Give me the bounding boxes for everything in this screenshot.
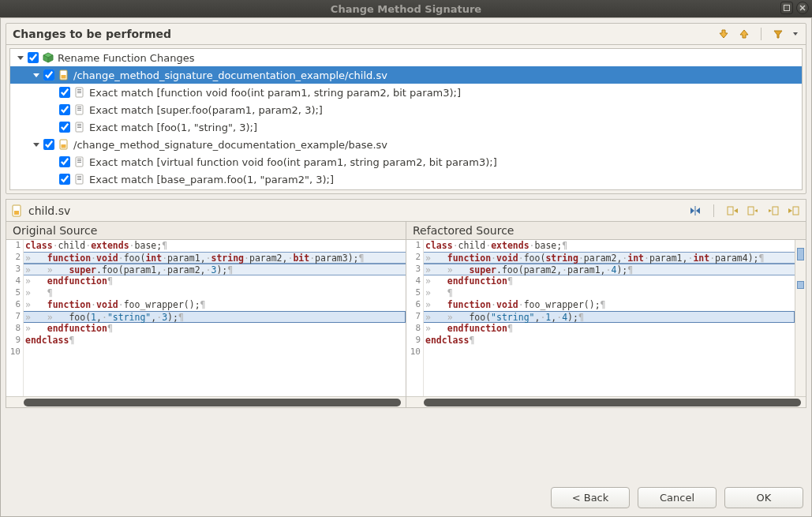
spacer bbox=[6, 408, 806, 479]
line-number: 5 bbox=[406, 287, 421, 299]
code-line: » function·void·foo(string·param2,·int·p… bbox=[424, 252, 795, 264]
line-number: 8 bbox=[406, 323, 421, 335]
code-line: endclass¶ bbox=[424, 335, 795, 347]
tree-file-path: /change_method_signature_documentation_e… bbox=[73, 69, 387, 81]
button-bar: < Back Cancel OK bbox=[6, 479, 806, 511]
tree-match-label: Exact match [virtual function void foo(i… bbox=[89, 156, 497, 168]
svg-rect-16 bbox=[77, 127, 81, 128]
tree-checkbox[interactable] bbox=[59, 104, 70, 115]
line-number: 8 bbox=[6, 323, 21, 335]
tree-root-label: Rename Function Changes bbox=[58, 52, 194, 64]
separator bbox=[713, 204, 714, 217]
line-number: 7 bbox=[6, 311, 21, 323]
tree-root[interactable]: Rename Function Changes bbox=[10, 49, 802, 66]
tree-match[interactable]: Exact match [foo(1, "string", 3);] bbox=[10, 118, 802, 136]
overview-ruler[interactable] bbox=[795, 240, 806, 396]
match-icon bbox=[73, 173, 86, 185]
gutter: 12345678910 bbox=[406, 240, 424, 396]
svg-rect-32 bbox=[773, 207, 778, 215]
filter-dropdown-icon[interactable] bbox=[791, 27, 799, 41]
preview-filename: child.sv bbox=[28, 204, 688, 217]
tree-match[interactable]: Exact match [virtual function void foo(i… bbox=[10, 153, 802, 170]
match-icon bbox=[73, 155, 86, 168]
tree-checkbox[interactable] bbox=[59, 122, 70, 133]
window-title: Change Method Signature bbox=[331, 3, 481, 15]
svg-rect-33 bbox=[793, 207, 799, 215]
code-line: » function·void·foo_wrapper();¶ bbox=[24, 299, 406, 311]
changes-header-label: Changes to be performed bbox=[13, 28, 717, 40]
package-icon bbox=[42, 51, 54, 64]
code-line: class·child·extends·base;¶ bbox=[24, 240, 406, 252]
filter-icon[interactable] bbox=[771, 27, 785, 41]
tree-file-path: /change_method_signature_documentation_e… bbox=[73, 139, 387, 151]
refactored-code[interactable]: class·child·extends·base;¶» function·voi… bbox=[424, 240, 795, 396]
maximize-button[interactable] bbox=[780, 2, 793, 14]
line-number: 10 bbox=[6, 347, 21, 358]
ok-button[interactable]: OK bbox=[724, 487, 803, 508]
tree-match[interactable]: Exact match [function void foo(int param… bbox=[10, 84, 802, 101]
line-number: 9 bbox=[406, 335, 421, 347]
gutter: 12345678910 bbox=[6, 240, 24, 396]
code-line: » » super.foo(param1,·param2,·3);¶ bbox=[24, 264, 406, 275]
match-icon bbox=[73, 103, 86, 116]
svg-rect-25 bbox=[77, 178, 81, 178]
tree-checkbox[interactable] bbox=[59, 87, 70, 98]
tree-match[interactable]: Exact match [base_param.foo(1, "param2",… bbox=[10, 170, 802, 188]
tree-checkbox[interactable] bbox=[43, 69, 54, 81]
tree-file[interactable]: /change_method_signature_documentation_e… bbox=[10, 136, 802, 153]
close-button[interactable] bbox=[796, 2, 809, 14]
tree-file[interactable]: /change_method_signature_documentation_e… bbox=[10, 66, 802, 84]
line-number: 4 bbox=[406, 275, 421, 287]
changes-panel: Changes to be performed Rename Function … bbox=[6, 23, 806, 194]
original-code[interactable]: class·child·extends·base;¶» function·voi… bbox=[24, 240, 406, 396]
match-icon bbox=[73, 86, 86, 99]
svg-rect-20 bbox=[77, 159, 81, 159]
svg-rect-30 bbox=[728, 207, 733, 215]
line-number: 4 bbox=[6, 275, 21, 287]
svg-rect-26 bbox=[77, 179, 81, 180]
code-line: endclass¶ bbox=[24, 335, 406, 347]
tree-twisty-icon[interactable] bbox=[31, 139, 42, 150]
sync-icon[interactable] bbox=[688, 204, 702, 218]
code-line: » endfunction¶ bbox=[24, 323, 406, 335]
copy-ltr-icon[interactable] bbox=[766, 204, 780, 218]
code-line bbox=[424, 347, 795, 358]
line-number: 2 bbox=[6, 252, 21, 264]
svg-rect-4 bbox=[62, 75, 66, 79]
refactored-title: Refactored Source bbox=[406, 222, 806, 240]
tree-checkbox[interactable] bbox=[43, 139, 54, 150]
line-number: 2 bbox=[406, 252, 421, 264]
svg-rect-31 bbox=[748, 207, 754, 215]
line-number: 10 bbox=[406, 347, 421, 358]
svg-rect-0 bbox=[784, 6, 790, 11]
tree-match[interactable]: Exact match [super.foo(param1, param2, 3… bbox=[10, 101, 802, 118]
code-line: » endfunction¶ bbox=[424, 275, 795, 287]
prev-change-icon[interactable] bbox=[737, 27, 751, 41]
refactored-pane: Refactored Source 12345678910 class·chil… bbox=[406, 222, 806, 407]
next-change-icon[interactable] bbox=[717, 27, 731, 41]
line-number: 6 bbox=[6, 299, 21, 311]
svg-rect-6 bbox=[77, 89, 81, 90]
tree-checkbox[interactable] bbox=[28, 52, 39, 63]
copy-rtl-icon[interactable] bbox=[746, 204, 760, 218]
code-line: class·child·extends·base;¶ bbox=[424, 240, 795, 252]
cancel-button[interactable]: Cancel bbox=[638, 487, 717, 508]
code-line: » function·void·foo(int·param1,·string·p… bbox=[24, 252, 406, 264]
code-line: » endfunction¶ bbox=[424, 323, 795, 335]
changes-tree[interactable]: Rename Function Changes /change_method_s… bbox=[9, 48, 803, 190]
title-bar: Change Method Signature bbox=[0, 0, 812, 17]
tree-checkbox[interactable] bbox=[59, 156, 70, 167]
back-button[interactable]: < Back bbox=[551, 487, 630, 508]
copy-all-ltr-icon[interactable] bbox=[787, 204, 801, 218]
hscrollbar[interactable] bbox=[6, 396, 406, 407]
code-line: » endfunction¶ bbox=[24, 275, 406, 287]
hscrollbar[interactable] bbox=[406, 396, 806, 407]
tree-checkbox[interactable] bbox=[59, 174, 70, 185]
copy-all-rtl-icon[interactable] bbox=[725, 204, 739, 218]
preview-panel: child.sv bbox=[6, 199, 806, 408]
code-line bbox=[24, 347, 406, 358]
tree-twisty-icon[interactable] bbox=[15, 52, 26, 63]
line-number: 9 bbox=[6, 335, 21, 347]
tree-twisty-icon[interactable] bbox=[31, 69, 42, 81]
code-line: » ¶ bbox=[424, 287, 795, 299]
